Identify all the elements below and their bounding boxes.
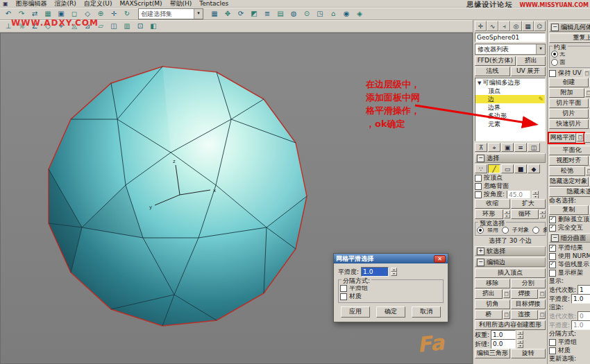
vertex-subobject-icon[interactable]: ∵: [475, 164, 487, 173]
toolbar-icon[interactable]: ▤: [274, 8, 287, 20]
toolbar-icon[interactable]: ▥: [121, 21, 133, 33]
weld-button[interactable]: 焊接: [511, 289, 539, 299]
loop-spinner[interactable]: ▴▾: [539, 210, 546, 218]
stack-root-item[interactable]: ▼可编辑多边形: [475, 78, 545, 87]
dialog-smoothing-groups-checkbox[interactable]: [340, 285, 347, 292]
slice-plane-button[interactable]: 切片平面: [549, 98, 589, 108]
tab-motion-icon[interactable]: ◎: [510, 21, 522, 31]
edit-geometry-rollout-header[interactable]: −编辑几何体: [549, 22, 590, 32]
chevron-down-icon[interactable]: ▾: [194, 9, 203, 19]
ring-button[interactable]: 环形: [475, 209, 503, 219]
extrude-modifier-button[interactable]: 挤出: [516, 56, 546, 66]
edge-subobject-icon[interactable]: ╱: [488, 164, 500, 173]
display-smoothness-field[interactable]: 1.0: [571, 294, 590, 304]
grow-button[interactable]: 扩大: [511, 199, 546, 209]
loop-button[interactable]: 循环: [511, 209, 539, 219]
connect-settings-icon[interactable]: □: [539, 311, 546, 319]
toolbar-icon[interactable]: ⟳: [235, 8, 247, 20]
toolbar-icon[interactable]: ⊙: [301, 8, 313, 20]
extrude-settings-icon[interactable]: □: [503, 290, 510, 298]
named-selection-sets-combo[interactable]: 创建选择集 ▾: [138, 8, 203, 19]
angle-field[interactable]: 45.0: [507, 191, 530, 198]
toolbar-icon[interactable]: ⊡: [134, 21, 146, 33]
dialog-smoothness-spinner[interactable]: ▴▾: [391, 268, 397, 276]
constraint-face-radio[interactable]: [551, 59, 558, 66]
stack-item-edge[interactable]: 边✎: [475, 95, 545, 103]
stack-item-element[interactable]: 元素: [475, 120, 545, 128]
full-interactivity-checkbox[interactable]: [549, 225, 556, 232]
edit-triangulation-button[interactable]: 编辑三角形: [475, 349, 510, 358]
toolbar-icon[interactable]: ⌂: [327, 8, 339, 20]
by-angle-checkbox[interactable]: [475, 191, 482, 198]
toolbar-icon[interactable]: ◫: [108, 21, 120, 33]
smoothing-groups-checkbox[interactable]: [549, 339, 556, 346]
smooth-result-checkbox[interactable]: [549, 245, 556, 252]
tab-hierarchy-icon[interactable]: ⫞: [498, 21, 510, 31]
relax-settings-icon[interactable]: □: [586, 167, 590, 175]
polygon-subobject-icon[interactable]: ■: [514, 164, 527, 173]
extrude-button[interactable]: 挤出: [475, 289, 503, 299]
by-vertex-checkbox[interactable]: [475, 175, 482, 182]
insert-vertex-button[interactable]: 插入顶点: [475, 268, 546, 278]
create-shape-from-selection-button[interactable]: 利用所选内容创建图形: [475, 320, 546, 330]
stack-item-polygon[interactable]: 多边形: [475, 112, 545, 120]
create-button[interactable]: 创建: [549, 78, 589, 87]
menu-item-graph-editors[interactable]: 图形编辑器: [16, 0, 47, 8]
toolbar-icon[interactable]: ◍: [287, 8, 300, 20]
target-weld-button[interactable]: 目标焊接: [511, 300, 546, 309]
dialog-title-bar[interactable]: 网格平滑选择 ✕: [334, 254, 448, 263]
quickslice-button[interactable]: 快速切片: [549, 119, 589, 129]
tessellate-button[interactable]: 细化: [584, 133, 590, 143]
toolbar-icon[interactable]: ✛: [108, 8, 120, 20]
collapse-icon[interactable]: −: [551, 234, 559, 242]
planarize-button[interactable]: 平面化: [549, 146, 590, 155]
attach-settings-icon[interactable]: □: [585, 89, 590, 97]
crease-spinner[interactable]: ▴▾: [517, 340, 523, 348]
chevron-down-icon[interactable]: ▾: [536, 44, 545, 54]
toolbar-icon[interactable]: ◧: [147, 21, 160, 33]
angle-spinner[interactable]: ▴▾: [532, 191, 539, 198]
meshsmooth-settings-icon[interactable]: □: [577, 133, 584, 141]
bridge-settings-icon[interactable]: □: [503, 311, 510, 319]
toolbar-icon[interactable]: ▦: [208, 8, 221, 20]
preserve-uv-checkbox[interactable]: [549, 70, 556, 77]
modifier-list-dropdown[interactable]: 修改器列表 ▾: [475, 44, 546, 55]
tab-utilities-icon[interactable]: ⌬: [534, 21, 546, 31]
copy-button[interactable]: 复制: [549, 205, 589, 215]
apply-button[interactable]: 应用: [341, 306, 370, 318]
toolbar-icon[interactable]: ↻: [121, 8, 133, 20]
menu-item-help[interactable]: 帮助(H): [169, 0, 192, 8]
ffd-box-button[interactable]: FFD(长方体): [475, 56, 516, 66]
slice-button[interactable]: 切片: [549, 109, 589, 119]
collapse-icon[interactable]: −: [477, 155, 484, 162]
split-button[interactable]: 分割: [511, 279, 546, 288]
selection-rollout-header[interactable]: −选择: [475, 153, 546, 163]
connect-button[interactable]: 连接: [511, 310, 539, 320]
subdivision-surface-rollout-header[interactable]: −细分曲面: [549, 233, 590, 243]
normal-modifier-button[interactable]: 法线: [475, 67, 510, 76]
relax-button[interactable]: 松弛: [549, 166, 585, 176]
close-icon[interactable]: ✕: [434, 255, 446, 263]
dialog-materials-checkbox[interactable]: [340, 293, 347, 300]
tab-create-icon[interactable]: ✛: [475, 21, 487, 31]
element-subobject-icon[interactable]: ◆: [528, 164, 540, 173]
remove-modifier-icon[interactable]: ≡: [514, 143, 527, 152]
preview-subobject-radio[interactable]: [502, 227, 509, 234]
toolbar-icon[interactable]: ◉: [340, 8, 353, 20]
collapse-icon[interactable]: −: [551, 24, 559, 31]
preview-off-radio[interactable]: [477, 227, 484, 234]
object-name-field[interactable]: GeoSphere01: [475, 33, 546, 42]
stack-item-border[interactable]: 边界: [475, 103, 545, 112]
menu-item-rendering[interactable]: 渲染(R): [55, 0, 76, 8]
isoline-display-checkbox[interactable]: [549, 261, 556, 268]
ring-spinner[interactable]: ▴▾: [504, 210, 510, 218]
turn-button[interactable]: 旋转: [511, 349, 546, 358]
shrink-button[interactable]: 收缩: [475, 199, 510, 209]
weight-spinner[interactable]: ▴▾: [517, 331, 523, 339]
toolbar-icon[interactable]: ≣: [261, 8, 273, 20]
make-unique-icon[interactable]: ▣: [501, 143, 514, 152]
border-subobject-icon[interactable]: ▭: [501, 164, 514, 173]
modifier-stack[interactable]: ▼可编辑多边形 顶点 边✎ 边界 多边形 元素: [475, 78, 546, 141]
materials-checkbox[interactable]: [549, 347, 556, 354]
menu-item-tentacles[interactable]: Tentacles: [199, 0, 228, 7]
